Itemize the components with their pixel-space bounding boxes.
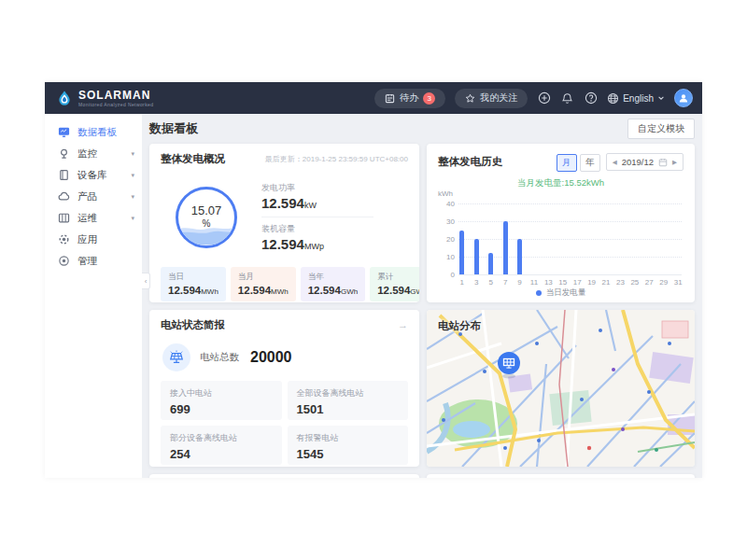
plant-badge: [162, 343, 190, 371]
todo-badge: 3: [423, 92, 435, 105]
overview-metrics: 发电功率12.594kW装机容量12.594MWp: [261, 182, 374, 252]
language-selector[interactable]: English: [607, 92, 665, 105]
plus-circle-icon: [538, 91, 551, 105]
status-detail-arrow[interactable]: →: [398, 320, 408, 330]
bar-day-9: [517, 239, 522, 274]
tile-unit: MWh: [201, 287, 218, 296]
tile-value: 12.594GWh: [308, 285, 358, 296]
overview-card-title: 整体发电概况: [161, 152, 225, 166]
gridline-20: [458, 239, 682, 240]
x-tick-label: 3: [469, 278, 484, 287]
metric-unit: MWp: [304, 242, 324, 251]
page-title: 数据看板: [149, 120, 198, 137]
gridline-30: [458, 221, 682, 222]
sidebar-collapse-handle[interactable]: ‹: [142, 273, 150, 289]
map-card-title: 电站分布: [438, 319, 481, 333]
metric-unit: kW: [304, 201, 317, 210]
x-tick-label: 17: [570, 278, 585, 287]
todo-label: 待办: [400, 91, 418, 105]
sidebar-item-5[interactable]: 运维▾: [45, 207, 142, 229]
product-icon: [58, 190, 70, 203]
main-content: 数据看板 自定义模块 整体发电概况 最后更新：2019-1-25 23:59:5…: [142, 114, 702, 478]
toggle-年[interactable]: 年: [580, 154, 600, 172]
toggle-月[interactable]: 月: [557, 154, 577, 172]
dashboard-icon: [58, 126, 70, 138]
gauge-unit: %: [203, 218, 211, 230]
y-tick-label: 20: [436, 235, 455, 244]
metric-label: 发电功率: [261, 182, 374, 194]
x-tick-label: 13: [541, 278, 556, 287]
chevron-down-icon: [657, 94, 665, 102]
tile-unit: GWh: [341, 287, 358, 296]
globe-icon: [607, 92, 619, 105]
overview-card: 整体发电概况 最后更新：2019-1-25 23:59:59 UTC+08:00: [149, 144, 419, 302]
status-tile: 全部设备离线电站1501: [288, 381, 409, 420]
sidebar-item-label: 应用: [78, 233, 97, 246]
metric-divider: [261, 217, 374, 217]
sidebar-item-3[interactable]: 设备库▾: [45, 164, 142, 186]
last-update: 最后更新：2019-1-25 23:59:59 UTC+08:00: [265, 154, 408, 164]
notifications-button[interactable]: [560, 91, 574, 105]
follow-button[interactable]: 我的关注: [455, 89, 528, 108]
overview-metric: 发电功率12.594kW: [261, 182, 374, 211]
user-icon: [678, 92, 689, 104]
x-tick-label: 27: [641, 278, 656, 287]
chevron-down-icon: ▾: [131, 172, 134, 179]
date-picker[interactable]: ◀ 2019/12 ▶: [606, 153, 684, 171]
tile-unit: MWh: [271, 287, 289, 296]
gridline-40: [458, 203, 682, 204]
sidebar-item-label: 运维: [78, 212, 97, 225]
customize-modules-button[interactable]: 自定义模块: [627, 119, 695, 139]
status-tile-label: 全部设备离线电站: [297, 387, 400, 399]
bell-icon: [561, 92, 573, 105]
x-tick-label: 19: [585, 278, 599, 287]
x-tick-label: 25: [627, 278, 642, 287]
status-tile-value: 254: [170, 447, 273, 461]
energy-tile: 当年12.594GWh: [301, 267, 365, 301]
next-period-arrow[interactable]: ▶: [672, 159, 677, 166]
question-circle-icon: [585, 91, 598, 105]
prev-period-arrow[interactable]: ◀: [613, 159, 617, 166]
sidebar-item-1[interactable]: 数据看板: [45, 121, 142, 143]
top-navbar: SOLARMAN Monitored Analyzed Networked 待办…: [45, 82, 702, 114]
y-tick-label: 10: [436, 253, 455, 261]
sidebar-item-7[interactable]: 管理: [45, 250, 142, 272]
x-tick-label: 21: [599, 278, 613, 287]
device-library-icon: [58, 169, 70, 181]
sidebar-item-2[interactable]: 监控▾: [45, 143, 142, 164]
y-tick-label: 0: [436, 271, 455, 279]
bar-day-7: [503, 221, 508, 274]
tile-value: 12.594MWh: [168, 285, 218, 296]
sidebar-item-label: 数据看板: [78, 126, 117, 139]
todo-button[interactable]: 待办 3: [374, 89, 445, 108]
operations-icon: [58, 212, 70, 224]
help-button[interactable]: [584, 91, 598, 105]
overview-tiles: 当日12.594MWh当月12.594MWh当年12.594GWh累计12.59…: [149, 267, 419, 301]
status-tile-value: 1545: [297, 447, 400, 461]
sidebar-item-6[interactable]: 应用: [45, 229, 142, 250]
energy-tile: 当日12.594MWh: [161, 267, 226, 301]
user-avatar[interactable]: [674, 89, 693, 107]
add-button[interactable]: [537, 91, 551, 105]
metric-value: 12.594MWp: [261, 236, 374, 252]
map-card: 电站分布: [427, 310, 695, 467]
tile-label: 当年: [308, 272, 358, 283]
chevron-down-icon: ▾: [131, 215, 134, 222]
sidebar-item-label: 设备库: [78, 169, 107, 182]
admin-icon: [58, 255, 70, 267]
tile-label: 当月: [238, 272, 289, 283]
sidebar-item-4[interactable]: 产品▾: [45, 186, 142, 207]
x-tick-label: 29: [656, 278, 671, 287]
history-card: 整体发电历史 月年 ◀ 2019/12 ▶ 当月发电量:15.52kWh: [427, 144, 695, 302]
metric-value: 12.594kW: [261, 195, 374, 211]
status-tile: 部分设备离线电站254: [161, 426, 282, 465]
metric-label: 装机容量: [261, 223, 374, 235]
history-card-title: 整体发电历史: [438, 155, 502, 169]
bar-day-3: [474, 239, 479, 274]
y-tick-label: 30: [436, 217, 455, 226]
tile-label: 累计: [377, 272, 419, 283]
plants-total-value: 20000: [250, 349, 292, 366]
x-tick-label: 5: [484, 278, 499, 287]
legend-label: 当日发电量: [546, 287, 586, 299]
distribution-map[interactable]: [427, 310, 695, 467]
